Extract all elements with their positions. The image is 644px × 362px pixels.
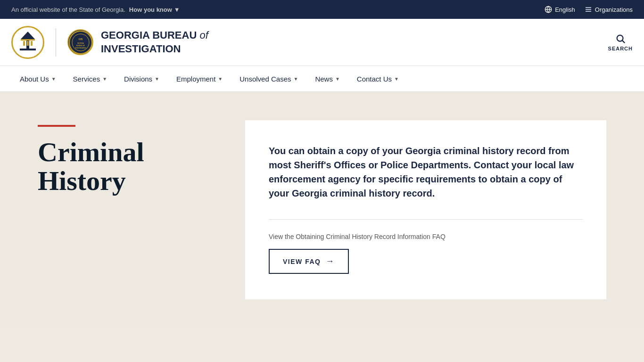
nav-item-divisions[interactable]: Divisions ▼ xyxy=(116,66,168,91)
nav-link-unsolved[interactable]: Unsolved Cases ▼ xyxy=(231,66,306,91)
organizations-label: Organizations xyxy=(595,6,633,13)
search-button[interactable]: SEARCH xyxy=(608,33,633,51)
svg-rect-7 xyxy=(21,39,35,41)
nav-link-news[interactable]: News ▼ xyxy=(306,66,348,91)
nav-link-contact[interactable]: Contact Us ▼ xyxy=(348,66,407,91)
faq-link-label: View the Obtaining Criminal History Reco… xyxy=(269,233,583,240)
search-icon xyxy=(615,33,626,44)
svg-marker-6 xyxy=(21,32,35,39)
nav-link-about[interactable]: About Us ▼ xyxy=(11,66,65,91)
chevron-down-icon: ▼ xyxy=(155,76,159,82)
nav-item-unsolved[interactable]: Unsolved Cases ▼ xyxy=(231,66,306,91)
nav-item-contact[interactable]: Contact Us ▼ xyxy=(348,66,407,91)
arrow-right-icon: → xyxy=(325,256,335,266)
nav-list: About Us ▼ Services ▼ Divisions ▼ Employ… xyxy=(11,66,407,91)
language-selector[interactable]: English xyxy=(545,6,575,13)
top-bar: An official website of the State of Geor… xyxy=(0,0,644,19)
org-name: GEORGIA BUREAU of INVESTIGATION xyxy=(101,29,208,56)
svg-rect-8 xyxy=(20,49,36,50)
nav-link-services[interactable]: Services ▼ xyxy=(65,66,116,91)
logo-divider xyxy=(56,28,56,57)
svg-text:INVESTIGATION: INVESTIGATION xyxy=(75,47,86,49)
nav-item-employment[interactable]: Employment ▼ xyxy=(168,66,231,91)
official-notice: An official website of the State of Geor… xyxy=(11,6,180,13)
main-left: Criminal History xyxy=(38,120,217,299)
official-text: An official website of the State of Geor… xyxy=(11,6,125,13)
main-nav: About Us ▼ Services ▼ Divisions ▼ Employ… xyxy=(0,66,644,92)
chevron-down-icon: ▼ xyxy=(335,76,340,82)
state-building-icon xyxy=(16,31,40,54)
red-accent-bar xyxy=(38,125,75,127)
main-content: Criminal History You can obtain a copy o… xyxy=(0,92,644,328)
chevron-down-icon: ▼ xyxy=(174,6,180,13)
logo-area: GBI GEORGIA BUREAU OF INVESTIGATION GEOR… xyxy=(11,26,208,59)
chevron-down-icon: ▼ xyxy=(293,76,298,82)
page-title: Criminal History xyxy=(38,138,217,196)
svg-text:GEORGIA: GEORGIA xyxy=(77,42,84,44)
organizations-button[interactable]: Organizations xyxy=(585,6,633,13)
nav-link-divisions[interactable]: Divisions ▼ xyxy=(116,66,168,91)
language-label: English xyxy=(555,6,575,13)
chevron-down-icon: ▼ xyxy=(218,76,223,82)
header: GBI GEORGIA BUREAU OF INVESTIGATION GEOR… xyxy=(0,19,644,66)
nav-item-about[interactable]: About Us ▼ xyxy=(11,66,65,91)
list-icon xyxy=(585,6,592,13)
svg-point-18 xyxy=(617,35,623,41)
top-bar-right: English Organizations xyxy=(545,6,633,13)
content-divider xyxy=(269,219,583,220)
svg-text:BUREAU OF: BUREAU OF xyxy=(76,45,85,47)
svg-rect-10 xyxy=(27,41,29,46)
nav-item-news[interactable]: News ▼ xyxy=(306,66,348,91)
chevron-down-icon: ▼ xyxy=(394,76,399,82)
main-right: You can obtain a copy of your Georgia cr… xyxy=(245,120,606,299)
svg-text:GBI: GBI xyxy=(78,38,83,41)
nav-link-employment[interactable]: Employment ▼ xyxy=(168,66,231,91)
globe-icon xyxy=(545,6,552,13)
svg-line-19 xyxy=(622,41,625,43)
gbi-seal: GBI GEORGIA BUREAU OF INVESTIGATION xyxy=(67,29,93,55)
svg-rect-9 xyxy=(23,41,25,46)
chevron-down-icon: ▼ xyxy=(51,76,56,82)
nav-item-services[interactable]: Services ▼ xyxy=(65,66,116,91)
state-logo xyxy=(11,26,44,59)
chevron-down-icon: ▼ xyxy=(102,76,107,82)
seal-icon: GBI GEORGIA BUREAU OF INVESTIGATION xyxy=(69,31,92,54)
how-you-know-button[interactable]: How you know ▼ xyxy=(129,6,180,13)
view-faq-button[interactable]: VIEW FAQ → xyxy=(269,249,349,274)
main-description: You can obtain a copy of your Georgia cr… xyxy=(269,144,583,200)
svg-rect-11 xyxy=(31,41,33,46)
